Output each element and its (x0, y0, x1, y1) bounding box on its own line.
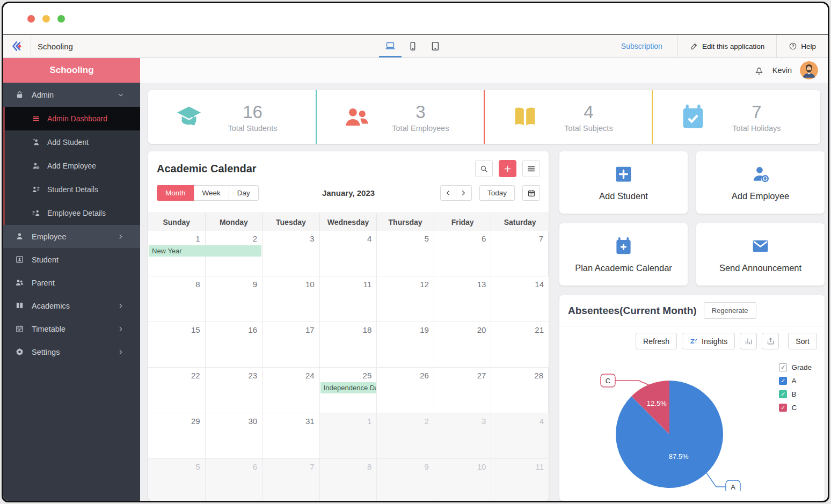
view-toggle-month[interactable]: Month (157, 185, 194, 201)
sort-button[interactable]: Sort (788, 333, 817, 349)
day-cell[interactable]: 5 (148, 459, 206, 501)
day-cell[interactable]: 9 (206, 276, 263, 322)
plan-academic-calendar-card[interactable]: Plan Academic Calendar (559, 223, 688, 286)
day-number: 4 (540, 417, 544, 426)
b-checkbox[interactable]: ✓ (779, 390, 787, 398)
view-toggle-week[interactable]: Week (194, 185, 229, 201)
calendar-search-button[interactable] (475, 160, 493, 177)
day-cell[interactable]: 9 (377, 459, 434, 501)
refresh-button[interactable]: Refresh (636, 333, 677, 349)
day-cell[interactable]: 19 (377, 322, 434, 368)
day-cell[interactable]: 7 (491, 231, 549, 276)
sidebar-item-employee-details[interactable]: Employee Details (5, 201, 140, 225)
day-cell[interactable]: 20 (434, 322, 492, 368)
pie-chart[interactable]: 87.5%12.5%CA (564, 362, 778, 491)
day-cell[interactable]: 23 (206, 368, 263, 413)
day-number: 23 (248, 371, 257, 380)
edit-application-button[interactable]: Edit this application (677, 35, 776, 57)
sidebar-item-admin-dashboard[interactable]: Admin Dashboard (5, 107, 140, 130)
sidebar-item-parent[interactable]: Parent (3, 271, 140, 294)
sidebar-item-add-student[interactable]: Add Student (5, 130, 140, 154)
day-cell[interactable]: 21 (491, 322, 549, 368)
day-number: 21 (535, 325, 544, 334)
close-button[interactable] (27, 15, 35, 23)
sidebar-item-add-employee[interactable]: Add Employee (5, 154, 140, 178)
day-cell[interactable]: 3 (263, 231, 320, 276)
day-cell[interactable]: 16 (206, 322, 263, 368)
day-cell[interactable]: 2 (377, 413, 434, 459)
day-cell[interactable]: 10 (434, 459, 492, 501)
day-cell[interactable]: 6 (206, 459, 263, 501)
legend-item-b[interactable]: ✓B (779, 390, 812, 398)
day-cell[interactable]: 27 (434, 368, 492, 413)
device-tab-laptop[interactable] (379, 35, 402, 57)
day-cell[interactable]: 12 (377, 276, 434, 322)
day-cell[interactable]: 15 (148, 322, 206, 368)
device-tab-phone[interactable] (402, 35, 424, 57)
regenerate-button[interactable]: Regenerate (704, 302, 756, 319)
sidebar-item-label: Student (32, 255, 59, 264)
day-cell[interactable]: 4 (491, 413, 549, 459)
day-cell[interactable]: 17 (263, 322, 320, 368)
day-cell[interactable]: 13 (434, 276, 492, 322)
day-cell[interactable]: 31 (263, 413, 320, 459)
add-student-card[interactable]: Add Student (559, 151, 688, 214)
day-cell[interactable]: 11 (491, 459, 549, 501)
day-cell[interactable]: 26 (377, 368, 434, 413)
day-cell[interactable]: 4 (320, 231, 377, 276)
view-toggle-day[interactable]: Day (229, 185, 259, 201)
sidebar-item-student[interactable]: Student (3, 248, 140, 271)
export-button[interactable] (762, 333, 779, 349)
day-cell[interactable]: 6 (434, 231, 492, 276)
today-button[interactable]: Today (479, 185, 515, 201)
sidebar-item-settings[interactable]: Settings (3, 340, 140, 363)
bell-icon[interactable] (754, 65, 764, 76)
day-cell[interactable]: 8 (148, 276, 206, 322)
day-cell[interactable]: 18 (320, 322, 377, 368)
day-cell[interactable]: 5 (377, 231, 434, 276)
pie-label-C: 12.5% (647, 399, 667, 407)
day-cell[interactable]: 3 (434, 413, 492, 459)
send-announcement-card[interactable]: Send Announcement (696, 223, 825, 286)
zoom-button[interactable] (57, 15, 65, 23)
chart-type-button[interactable] (740, 333, 757, 349)
grade-checkbox[interactable]: ✓ (779, 363, 787, 371)
calendar-add-event-button[interactable] (499, 160, 516, 177)
sidebar-item-student-details[interactable]: Student Details (5, 178, 140, 201)
sidebar-item-employee[interactable]: Employee (3, 225, 140, 248)
day-cell[interactable]: 1 (320, 413, 377, 459)
help-button[interactable]: Help (776, 35, 828, 57)
day-cell[interactable]: 24 (263, 368, 320, 413)
user-bar: Kevin (140, 58, 828, 83)
calendar-picker-button[interactable] (522, 185, 540, 201)
device-tab-tablet[interactable] (424, 35, 447, 57)
legend-header[interactable]: ✓Grade (779, 363, 812, 371)
calendar-prev-button[interactable] (440, 185, 456, 201)
calendar-event[interactable]: New Year (149, 245, 261, 257)
day-cell[interactable]: 29 (148, 413, 206, 459)
day-cell[interactable]: 14 (491, 276, 549, 322)
creator-logo[interactable] (3, 35, 31, 57)
avatar[interactable] (800, 61, 818, 79)
sidebar-item-timetable[interactable]: Timetable (3, 317, 140, 340)
day-cell[interactable]: 10 (263, 276, 320, 322)
c-checkbox[interactable]: ✓ (779, 404, 787, 412)
a-checkbox[interactable]: ✓ (779, 377, 787, 385)
day-cell[interactable]: 11 (320, 276, 377, 322)
subscription-link[interactable]: Subscription (606, 35, 677, 57)
day-cell[interactable]: 22 (148, 368, 206, 413)
legend-item-a[interactable]: ✓A (779, 377, 812, 385)
day-cell[interactable]: 28 (491, 368, 549, 413)
day-cell[interactable]: 7 (263, 459, 320, 501)
sidebar-item-admin[interactable]: Admin (3, 83, 140, 107)
insights-button[interactable]: Insights (682, 333, 735, 349)
calendar-event[interactable]: Independence Day (320, 382, 376, 393)
sidebar-item-academics[interactable]: Academics (3, 294, 140, 317)
day-cell[interactable]: 8 (320, 459, 377, 501)
add-employee-card[interactable]: Add Employee (696, 151, 825, 214)
legend-item-c[interactable]: ✓C (779, 404, 812, 412)
calendar-menu-button[interactable] (522, 160, 540, 177)
minimize-button[interactable] (42, 15, 50, 23)
day-cell[interactable]: 30 (206, 413, 263, 459)
calendar-next-button[interactable] (456, 185, 472, 201)
